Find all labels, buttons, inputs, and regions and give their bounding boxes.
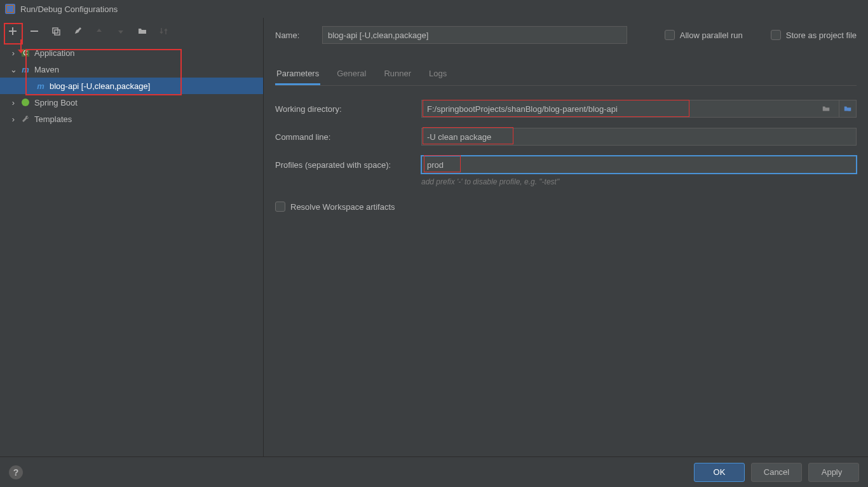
ok-button[interactable]: OK <box>694 463 745 482</box>
annotation-arrow <box>20 39 22 52</box>
move-up-button[interactable] <box>93 25 105 38</box>
tree-item-spring-boot[interactable]: › Spring Boot <box>0 94 263 111</box>
tree-item-maven-child[interactable]: m blog-api [-U,clean,package] <box>0 78 263 94</box>
spring-icon <box>20 97 31 107</box>
add-button[interactable] <box>6 25 19 38</box>
svg-point-6 <box>22 99 29 106</box>
tab-logs[interactable]: Logs <box>428 64 448 85</box>
working-dir-input[interactable] <box>421 100 840 118</box>
allow-parallel-checkbox[interactable] <box>665 30 675 40</box>
profiles-input[interactable] <box>421 156 857 174</box>
tree-label: Spring Boot <box>34 98 78 107</box>
tree-item-application[interactable]: › C Application <box>0 45 263 61</box>
chevron-right-icon: › <box>10 98 17 107</box>
command-line-label: Command line: <box>275 132 421 142</box>
tree-item-templates[interactable]: › Templates <box>0 111 263 127</box>
svg-rect-0 <box>31 31 38 32</box>
tree-label: Templates <box>34 114 72 124</box>
tree-label: Maven <box>34 65 59 74</box>
svg-rect-1 <box>53 28 58 33</box>
svg-rect-2 <box>55 30 60 35</box>
sidebar-toolbar <box>0 18 263 45</box>
store-project-checkbox-row[interactable]: Store as project file <box>771 30 857 40</box>
remove-button[interactable] <box>28 25 41 38</box>
tab-parameters[interactable]: Parameters <box>275 64 320 85</box>
config-tree: › C Application ⌄ m Maven m blog-api [-U… <box>0 45 263 127</box>
tree-item-maven[interactable]: ⌄ m Maven <box>0 61 263 78</box>
allow-parallel-checkbox-row[interactable]: Allow parallel run <box>665 30 743 40</box>
command-line-input[interactable] <box>421 128 857 146</box>
tabs: Parameters General Runner Logs <box>275 64 857 86</box>
move-down-button[interactable] <box>114 25 127 38</box>
titlebar: Run/Debug Configurations <box>0 0 868 18</box>
tab-runner[interactable]: Runner <box>383 64 412 85</box>
chevron-right-icon: › <box>10 114 17 124</box>
window-title: Run/Debug Configurations <box>20 4 118 14</box>
name-input[interactable] <box>322 26 627 44</box>
resolve-workspace-checkbox[interactable] <box>275 202 285 212</box>
copy-button[interactable] <box>50 25 62 38</box>
maven-icon: m <box>36 81 46 91</box>
sort-button[interactable] <box>158 25 170 38</box>
tab-general[interactable]: General <box>336 64 367 85</box>
help-button[interactable]: ? <box>9 465 23 479</box>
app-icon <box>5 4 15 14</box>
apply-button[interactable]: Apply <box>808 463 859 482</box>
edit-defaults-button[interactable] <box>71 25 84 38</box>
store-project-checkbox[interactable] <box>771 30 781 40</box>
content-panel: Name: Allow parallel run Store as projec… <box>264 18 868 456</box>
working-dir-label: Working directory: <box>275 104 421 114</box>
profiles-hint: add prefix '-' to disable profile, e.g. … <box>421 177 857 186</box>
insert-macro-icon[interactable] <box>839 100 857 118</box>
chevron-right-icon: › <box>10 48 17 58</box>
sidebar: › C Application ⌄ m Maven m blog-api [-U… <box>0 18 264 456</box>
store-project-label: Store as project file <box>786 31 857 40</box>
allow-parallel-label: Allow parallel run <box>680 31 743 40</box>
tree-label: blog-api [-U,clean,package] <box>50 81 150 91</box>
footer: ? OK Cancel Apply <box>0 456 868 487</box>
name-label: Name: <box>275 31 307 40</box>
resolve-workspace-row[interactable]: Resolve Workspace artifacts <box>275 202 857 212</box>
browse-folder-icon[interactable] <box>817 100 835 118</box>
resolve-workspace-label: Resolve Workspace artifacts <box>290 202 395 212</box>
cancel-button[interactable]: Cancel <box>751 463 802 482</box>
maven-icon: m <box>20 64 31 74</box>
tree-label: Application <box>34 48 75 58</box>
svg-rect-7 <box>848 109 851 111</box>
wrench-icon <box>20 114 31 124</box>
folder-button[interactable] <box>136 25 149 38</box>
profiles-label: Profiles (separated with space): <box>275 160 421 170</box>
chevron-down-icon: ⌄ <box>10 65 17 74</box>
